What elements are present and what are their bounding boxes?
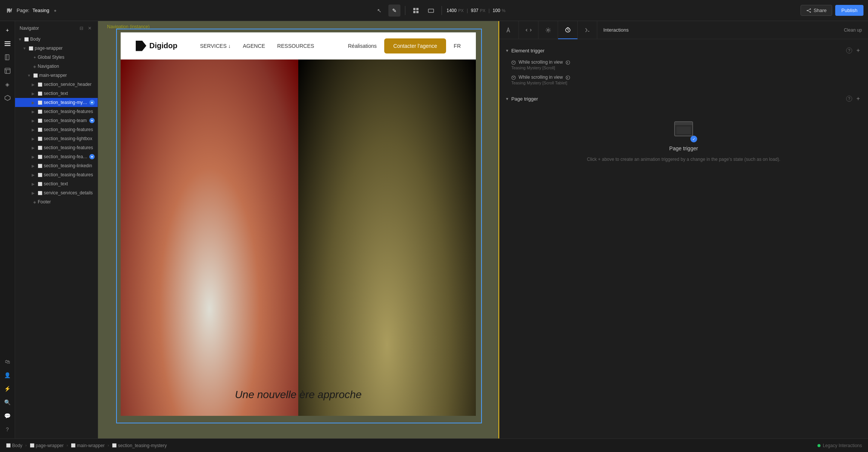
page-trigger-empty-state: ✓ Page trigger Click + above to create a… <box>499 105 868 174</box>
tree-item-section-teasing-features-2[interactable]: ▶ ⬜ section_teasing-features <box>15 125 98 134</box>
width-unit: PX <box>458 8 464 13</box>
tree-item-section-teasing-linkedin[interactable]: ▶ ⬜ section_teasing-linkedin <box>15 161 98 170</box>
stl-icon: ⬜ <box>38 137 42 141</box>
breadcrumb-body-label: Body <box>12 443 22 448</box>
components-btn[interactable] <box>2 92 14 104</box>
pages-btn[interactable] <box>2 51 14 63</box>
breadcrumb-pw-label: page-wrapper <box>36 443 64 448</box>
page-wrapper-label: page-wrapper <box>35 46 63 51</box>
logo-text: Digidop <box>149 41 177 50</box>
breadcrumb-main-wrapper[interactable]: ⬜ main-wrapper <box>71 443 104 448</box>
settings-panel-icon[interactable] <box>538 21 558 39</box>
breadcrumb-stm-icon: ⬜ <box>112 443 117 447</box>
style-panel-icon[interactable] <box>499 21 519 39</box>
assets-btn[interactable]: ◈ <box>2 78 14 90</box>
tree-item-body[interactable]: ▼ ⬜ Body <box>15 35 98 44</box>
trigger-item-scroll-2[interactable]: While scrolling in view Teasing Mystery … <box>499 72 868 87</box>
page-trigger-chevron: ▼ <box>505 97 509 101</box>
tree-item-section-teasing-features-3[interactable]: ▶ ⬜ section_teasing-features <box>15 143 98 152</box>
tree-item-footer[interactable]: ▶ ◈ Footer <box>15 197 98 206</box>
canvas-area: Navigation (instance) Digidop SERVICES ↓ <box>98 21 498 438</box>
chevron-stm: ▶ <box>32 101 36 105</box>
browser-content-icon <box>676 127 691 134</box>
panel-title: Interactions <box>597 27 838 33</box>
tree-item-section-teasing-team[interactable]: ▶ ⬜ section_teasing-team ● <box>15 116 98 125</box>
page-trigger-icon: ✓ <box>672 117 696 141</box>
collapse-icon[interactable]: ⊟ <box>78 25 85 32</box>
tree-item-navigation[interactable]: ▶ ◈ Navigation <box>15 62 98 71</box>
left-icon-bar: + ◈ 🛍 👤 ⚡ 🔍 💬 ? <box>0 21 15 438</box>
tree-item-section-teasing-features-5[interactable]: ▶ ⬜ section_teasing-features <box>15 170 98 179</box>
interactions-panel: Interactions Clean up ▼ Element trigger … <box>498 21 868 438</box>
users-btn[interactable]: 👤 <box>2 369 14 381</box>
page-trigger-add-icon[interactable]: + <box>854 95 862 102</box>
tree-item-service-services-details[interactable]: ▶ ⬜ service_services_details <box>15 188 98 197</box>
tree-item-section-teasing-features-4[interactable]: ▶ ⬜ section_teasing-features ● <box>15 152 98 161</box>
svg-rect-13 <box>5 55 9 60</box>
element-trigger-label: Element trigger <box>511 48 844 53</box>
bottom-bar: ⬜ Body › ⬜ page-wrapper › ⬜ main-wrapper… <box>0 438 868 452</box>
tree-item-section-text-2[interactable]: ▶ ⬜ section_text <box>15 179 98 188</box>
st-label: section_text <box>44 91 68 96</box>
svg-line-8 <box>808 9 810 11</box>
element-trigger-add-icon[interactable]: + <box>854 47 862 54</box>
stm-icon: ⬜ <box>38 101 42 105</box>
nav-link-ressources[interactable]: RESSOURCES <box>277 43 314 49</box>
edit-tool[interactable]: ✎ <box>388 5 400 17</box>
ecommerce-btn[interactable]: 🛍 <box>2 356 14 368</box>
breadcrumb-mw-icon: ⬜ <box>71 443 75 447</box>
chevron-st: ▶ <box>32 92 36 96</box>
tree-item-global-styles[interactable]: ▶ ✦ Global Styles <box>15 53 98 62</box>
help-btn[interactable]: ? <box>2 423 14 435</box>
tree-item-section-teasing-features-1[interactable]: ▶ ⬜ section_teasing-features <box>15 107 98 116</box>
page-trigger-empty-desc: Click + above to create an animation tri… <box>587 156 781 163</box>
search-btn[interactable]: 🔍 <box>2 396 14 408</box>
cleanup-button[interactable]: Clean up <box>838 27 868 33</box>
element-trigger-header[interactable]: ▼ Element trigger ? + <box>499 44 868 57</box>
tree-item-page-wrapper[interactable]: ▼ ⬜ page-wrapper <box>15 44 98 53</box>
variables-panel-icon[interactable] <box>578 21 597 39</box>
page-trigger-header[interactable]: ▼ Page trigger ? + <box>499 92 868 105</box>
navigator-btn[interactable] <box>2 38 14 50</box>
cta-button[interactable]: Contacter l'agence <box>384 38 446 53</box>
svg-rect-2 <box>413 11 416 13</box>
ssh-icon: ⬜ <box>38 82 42 87</box>
breadcrumb-body[interactable]: ⬜ Body <box>6 443 22 448</box>
svg-point-7 <box>810 11 811 12</box>
tree-item-section-text[interactable]: ▶ ⬜ section_text <box>15 89 98 98</box>
page-trigger-help-icon[interactable]: ? <box>846 96 852 102</box>
cursor-tool[interactable]: ↖ <box>373 5 385 17</box>
chevron-stt: ▶ <box>32 119 36 123</box>
trigger-item-scroll-1[interactable]: While scrolling in view Teasing Mystery … <box>499 57 868 72</box>
st2-label: section_text <box>44 181 68 186</box>
ssh-label: section_service_header <box>44 82 92 87</box>
publish-button[interactable]: Publish <box>835 5 863 16</box>
tree-item-main-wrapper[interactable]: ▼ ⬜ main-wrapper <box>15 71 98 80</box>
element-trigger-help-icon[interactable]: ? <box>846 47 852 53</box>
toolbar-separator <box>405 6 405 15</box>
close-navigator-icon[interactable]: ✕ <box>86 25 93 32</box>
grid-tool[interactable] <box>410 5 422 17</box>
breadcrumb-section-teasing-mystery[interactable]: ⬜ section_teasing-mystery <box>112 443 167 448</box>
chevron-stf3: ▶ <box>32 146 36 150</box>
code-panel-icon[interactable] <box>519 21 538 39</box>
comments-btn[interactable]: 💬 <box>2 410 14 422</box>
tree-item-section-teasing-lightbox[interactable]: ▶ ⬜ section_teasing-lightbox <box>15 134 98 143</box>
nav-link-agence[interactable]: AGENCE <box>243 43 265 49</box>
device-tool[interactable] <box>425 5 437 17</box>
realisations-link[interactable]: Réalisations <box>348 43 377 49</box>
logic-btn[interactable]: ⚡ <box>2 383 14 395</box>
stt-icon: ⬜ <box>38 119 42 123</box>
breadcrumb-page-wrapper[interactable]: ⬜ page-wrapper <box>30 443 64 448</box>
add-panel-btn[interactable]: + <box>2 24 14 36</box>
trigger-title-2: While scrolling in view <box>511 75 862 80</box>
chevron-page-wrapper: ▼ <box>23 46 27 50</box>
nav-link-services[interactable]: SERVICES ↓ <box>200 43 231 49</box>
share-button[interactable]: Share <box>801 5 833 16</box>
lang-selector[interactable]: FR <box>454 43 461 49</box>
interactions-panel-icon[interactable] <box>558 21 578 39</box>
tree-item-section-service-header[interactable]: ▶ ⬜ section_service_header <box>15 80 98 89</box>
cms-btn[interactable] <box>2 65 14 77</box>
tree-item-section-teasing-mystery[interactable]: ▶ ⬜ section_teasing-mystery ● <box>15 98 98 107</box>
svg-rect-4 <box>428 9 434 12</box>
